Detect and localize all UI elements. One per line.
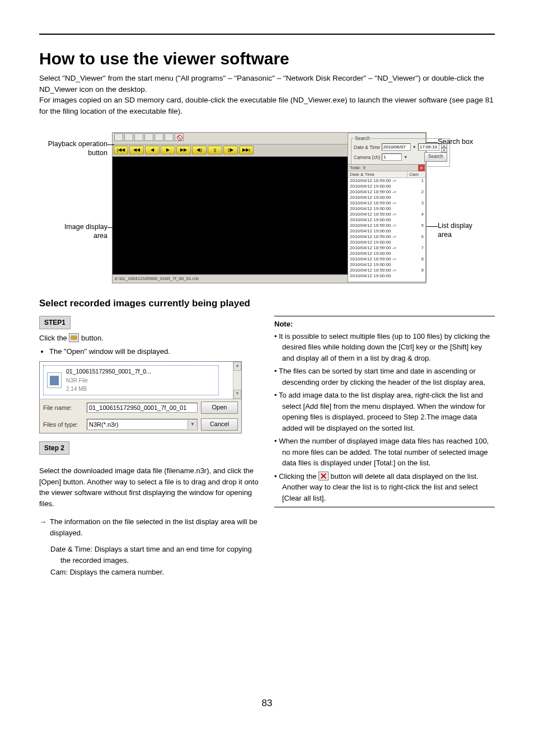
save-icon[interactable] <box>124 133 133 141</box>
step2-date-time: Date & Time: Displays a start time and a… <box>50 544 260 566</box>
note-item: • The files can be sorted by start time … <box>274 366 495 388</box>
filename-input[interactable] <box>87 403 198 413</box>
total-value: 9 <box>363 165 366 170</box>
camera-label: Camera (ch) <box>354 155 380 160</box>
selected-file-type: N3R File <box>66 376 151 385</box>
list-row[interactable]: 2010/04/12 18:59:00 -> 2010/04/12 19:00:… <box>348 200 425 212</box>
note-item: • To add image data to the list display … <box>274 390 495 433</box>
close-list-icon[interactable]: × <box>418 165 425 171</box>
pause-button[interactable]: || <box>208 146 222 155</box>
step-fwd-button[interactable]: ||▶ <box>223 146 238 155</box>
step2-p1: Select the downloaded image data file (f… <box>39 465 260 509</box>
section-heading: Select recorded images currently being p… <box>39 298 495 309</box>
step2-cam: Cam: Displays the camera number. <box>50 567 260 578</box>
step1-bullet: The "Open" window will be displayed. <box>49 346 260 357</box>
list-display-area: Total: 9 × Date & Time Cam 2010/04/12 18… <box>348 164 426 282</box>
page-title: How to use the viewer software <box>39 49 495 68</box>
list-row[interactable]: 2010/04/12 18:59:00 -> 2010/04/12 19:00:… <box>348 256 425 268</box>
list-row[interactable]: 2010/04/12 18:59:00 -> 2010/04/12 19:00:… <box>348 234 425 245</box>
print-icon[interactable] <box>134 133 143 141</box>
filetype-label: Files of type: <box>43 420 83 430</box>
file-icon <box>47 372 62 388</box>
list-row[interactable]: 2010/04/12 18:59:00 -> 2010/04/12 19:00:… <box>348 178 425 189</box>
viewer-figure: |◀◀ ◀◀ ◀ ▶ ▶▶ ◀|| || ||▶ ▶▶| ALT CHECK 2… <box>39 132 493 283</box>
note-item: • Clicking the button will delete all da… <box>274 471 495 504</box>
selected-file-name[interactable]: 01_100615172950_0001_7f_0... <box>66 367 151 376</box>
rewind-button[interactable]: ◀◀ <box>129 146 144 155</box>
page-number: 83 <box>0 698 534 709</box>
note-end-rule <box>274 507 495 507</box>
col-date-time[interactable]: Date & Time <box>348 171 407 178</box>
note-item: • When the number of displayed image dat… <box>274 436 495 469</box>
step-back-button[interactable]: ◀|| <box>192 146 207 155</box>
dialog-scrollbar[interactable]: ▲▼ <box>233 362 241 399</box>
step2-badge: Step 2 <box>39 441 69 455</box>
list-row[interactable]: 2010/04/12 18:59:00 -> 2010/04/12 19:00:… <box>348 223 425 234</box>
camera-select[interactable] <box>382 153 402 161</box>
callout-search-box: Search box <box>438 138 473 147</box>
clear-list-icon <box>318 472 329 480</box>
cancel-button[interactable]: Cancel <box>201 418 238 431</box>
open-button[interactable]: Open <box>201 402 238 414</box>
step1-text: Click the button. <box>39 333 260 344</box>
filetype-select[interactable]: N3R(*.n3r) ▼ <box>87 419 198 430</box>
date-input[interactable] <box>382 143 411 151</box>
col-cam[interactable]: Cam <box>407 171 425 178</box>
filename-label: File name: <box>43 403 83 413</box>
intro-paragraph: Select "ND_Viewer" from the start menu (… <box>39 73 495 116</box>
viewer-window: |◀◀ ◀◀ ◀ ▶ ▶▶ ◀|| || ||▶ ▶▶| ALT CHECK 2… <box>112 132 427 283</box>
step2-p2: The information on the file selected in … <box>50 516 260 538</box>
step1-badge: STEP1 <box>39 316 71 329</box>
total-label: Total: <box>350 165 360 170</box>
list-row[interactable]: 2010/04/12 18:59:00 -> 2010/04/12 19:00:… <box>348 268 425 279</box>
first-button[interactable]: |◀◀ <box>114 146 128 155</box>
date-time-label: Date & Time <box>354 144 380 150</box>
list-rows: 2010/04/12 18:59:00 -> 2010/04/12 19:00:… <box>348 178 425 279</box>
alt-check-icon[interactable] <box>175 133 184 141</box>
ffwd-button[interactable]: ▶▶ <box>176 146 191 155</box>
open-dialog: 01_100615172950_0001_7f_0... N3R File 2.… <box>39 361 242 433</box>
callout-image-area: Image displayarea <box>39 223 107 240</box>
list-row[interactable]: 2010/04/12 18:59:00 -> 2010/04/12 19:00:… <box>348 189 425 200</box>
time-input[interactable] <box>418 143 439 151</box>
open-folder-icon <box>69 333 79 342</box>
arrow-icon: → <box>39 516 46 538</box>
zoom-icon[interactable] <box>144 133 153 141</box>
chevron-down-icon: ▼ <box>188 420 197 429</box>
list-row[interactable]: 2010/04/12 18:59:00 -> 2010/04/12 19:00:… <box>348 212 425 223</box>
last-button[interactable]: ▶▶| <box>239 146 254 155</box>
note-heading: Note: <box>274 316 495 330</box>
list-header[interactable]: Date & Time Cam <box>348 171 425 178</box>
reverse-play-button[interactable]: ◀ <box>145 146 160 155</box>
play-button[interactable]: ▶ <box>161 146 175 155</box>
selected-file-size: 2.14 MB <box>66 385 151 393</box>
callout-playback: Playback operationbutton <box>39 140 107 157</box>
open-icon[interactable] <box>114 133 123 141</box>
layout-icon[interactable] <box>165 133 174 141</box>
callout-list-area: List displayarea <box>438 222 472 239</box>
note-item: • It is possible to select multiple file… <box>274 331 495 364</box>
search-legend: Search <box>354 136 371 141</box>
search-button[interactable]: Search <box>424 152 447 162</box>
zoom-out-icon[interactable] <box>154 133 163 141</box>
list-row[interactable]: 2010/04/12 18:59:00 -> 2010/04/12 19:00:… <box>348 245 425 256</box>
